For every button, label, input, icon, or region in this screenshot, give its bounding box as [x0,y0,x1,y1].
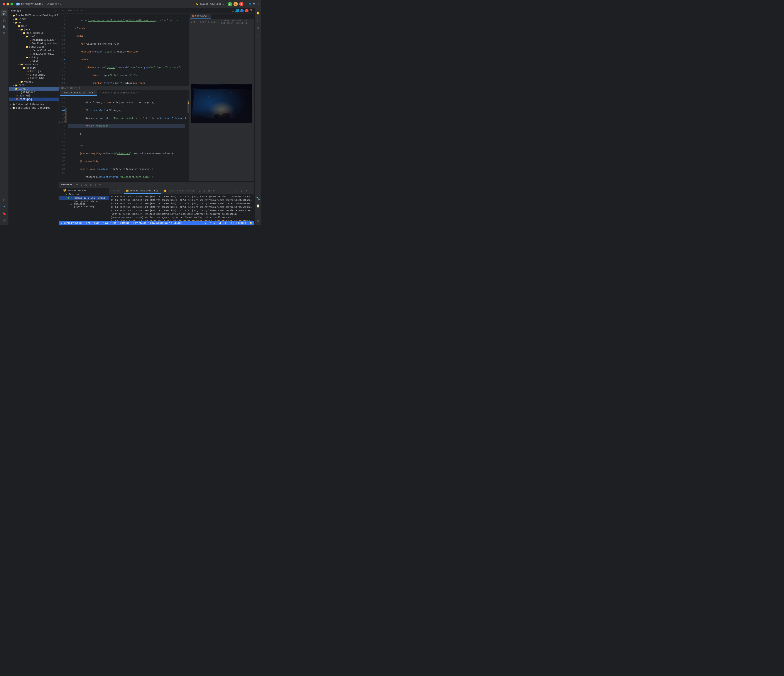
tree-item-external-libraries[interactable]: ▶ 📚 External Libraries [9,103,59,106]
tab-close-icon[interactable]: ✕ [208,15,209,17]
log-content[interactable]: 05-Jun-2024 15:41:32.362 INFO [RMI TCP C… [109,194,254,221]
tab-indexhtml[interactable]: <> index.html ✕ [60,8,84,14]
tree-item-resources[interactable]: ▾ 📁 resources [9,63,59,66]
scroll-top-icon[interactable]: ⊤ [244,189,248,193]
tree-item-com-example[interactable]: ▾ 📁 com.example [9,31,59,35]
fit-window-icon[interactable]: ⊡ [200,21,201,23]
log-tab-catalina[interactable]: 🐱 Tomcat Catalina Log [161,189,197,194]
sidebar-icon-plugins[interactable]: ● [1,204,8,210]
tree-item-webapp[interactable]: ▶ 📁 webapp [9,80,59,84]
service-item-tomcat-instance[interactable]: ▾ ★ Tomcat 10.1.232 [local] [59,196,109,200]
right-sidebar-icon-7[interactable]: ⏱ [255,210,261,216]
sidebar-icon-history[interactable]: ⏱ [1,218,8,224]
settings-icon[interactable]: ⚙ [257,3,259,5]
tree-item-root[interactable]: ▾ 📁 SpringMVCStudy ~/Desktop/CS/JavaE [9,14,59,17]
sidebar-icon-more[interactable]: ··· [1,38,8,44]
tree-item-config[interactable]: ▾ 📁 config [9,35,59,38]
sidebar-icon-project[interactable] [1,10,8,16]
zoom-out-icon[interactable]: ⊖ [208,21,209,23]
service-item-artifact[interactable]: ▶ ✓ SpringMVCStudy:war exploded [Synchro… [59,200,109,208]
plugin-icon-3[interactable]: 🔴 [245,9,249,12]
debug-button[interactable]: 🐛 [233,2,238,6]
code-content-html[interactable]: src='https://cdn.jsdelivr.net/npm/axios/… [67,14,189,85]
close-button[interactable] [3,3,5,5]
code-content-java[interactable]: File fileObj = new File( pathname: test.… [67,96,187,182]
sidebar-icon-search[interactable]: 🔍 [1,24,8,30]
plugin-icon-4[interactable]: ❓ [249,9,253,12]
tree-item-gitignore[interactable]: ▶ ⊘ .gitignore [9,90,59,94]
tab-hellocontroller[interactable]: ☕ HelloController.java ✕ [60,90,97,96]
chevron-down-icon[interactable]: ▾ [196,21,197,23]
tree-item-user[interactable]: ▶ ☕ User [9,59,59,63]
services-add-icon[interactable]: + [98,183,102,186]
tab-close-icon[interactable]: ✕ [138,92,139,94]
services-stop-icon[interactable]: ■ [75,183,79,186]
image-tab-menu-icon[interactable]: ⋮ [250,15,252,18]
code-editor-html[interactable]: 7891011 1213141516 17181920 2122232425 2… [59,14,189,85]
profile-icon[interactable]: 👤 [249,3,252,5]
tree-item-errorcontroller[interactable]: ▶ ☕ ErrorController [9,49,59,52]
tab-menu-icon[interactable]: ⋮ [184,92,187,95]
service-item-running[interactable]: ▾ ▶ Running [59,192,109,196]
more-actions-icon[interactable]: ⋮ [245,3,247,5]
tree-item-test[interactable]: ▶ 📁 test [9,84,59,87]
right-sidebar-notifications[interactable]: 🔔 [255,10,261,16]
scroll-up-icon[interactable]: ↑ [235,189,239,193]
search-icon[interactable]: 🔍 [253,3,256,5]
log-more-icon[interactable]: ⋮ [216,189,220,193]
scroll-down-icon[interactable]: ↓ [240,189,243,193]
right-sidebar-icon-8[interactable]: ⚙ [255,218,261,224]
cursor-position[interactable]: 44:6 [210,222,215,224]
right-sidebar-icon-3[interactable]: ⊞ [255,25,261,31]
zoom-in-icon[interactable]: ⊕ [205,21,207,23]
tree-item-hellocontroller[interactable]: ▶ ☕ HelloController [9,52,59,56]
notifications-icon[interactable]: 🔔 [250,222,252,224]
tree-item-webconfiguration[interactable]: ▶ ☕ WebConfiguration [9,42,59,45]
scroll-bottom-icon[interactable]: ⊥ [249,189,253,193]
run-button[interactable]: ▶ [228,2,232,6]
log-clear-icon[interactable]: 🗑 [212,189,216,193]
sidebar-icon-vcs[interactable] [1,17,8,23]
tree-item-errorhtml[interactable]: ▶ <> error.html [9,73,59,77]
tree-item-src[interactable]: ▾ 📁 src [9,21,59,24]
tree-item-pomxml[interactable]: ▶ m pom.xml [9,94,59,98]
sidebar-icon-structure[interactable] [1,31,8,37]
services-filter-icon[interactable]: ⊟ [84,183,88,186]
right-sidebar-icon-5[interactable]: 🔧 [255,195,261,202]
tab-close-icon[interactable]: ✕ [94,92,95,94]
tree-item-testjs[interactable]: ▶ JS test.js [9,70,59,73]
services-collapse-icon[interactable]: ⊠ [89,183,93,186]
services-rerun-icon[interactable]: ↺ [80,183,84,186]
plugin-icon-1[interactable]: 🌐 [236,9,240,12]
maximize-button[interactable] [11,3,13,5]
tree-item-target[interactable]: ▶ 📁 target [9,87,59,90]
tree-item-java[interactable]: ▾ 📁 java [9,28,59,31]
tree-item-main[interactable]: ▾ 📁 main [9,24,59,28]
right-sidebar-icon-2[interactable]: ⚡ [255,17,261,23]
service-item-tomcat[interactable]: ▾ 🐱 Tomcat Server [59,189,109,192]
tab-testpng[interactable]: 🖼 test.png ✕ [190,14,211,19]
log-refresh-icon[interactable]: ↺ [198,189,202,193]
tree-item-scratches[interactable]: ▶ 📝 Scratches and Consoles [9,106,59,110]
plugin-icon-2[interactable]: 🔵 [240,9,244,12]
right-sidebar-icon-6[interactable]: 📋 [255,203,261,209]
encoding[interactable]: UTF-8 [225,222,232,224]
minimize-button[interactable] [6,3,9,5]
tree-item-testpng[interactable]: ▶ 🖼 test.png [9,98,59,101]
tree-item-indexhtml[interactable]: ▶ <> index.html [9,77,59,80]
log-pause-icon[interactable]: ⏸ [202,189,207,193]
tree-item-static[interactable]: ▾ 📁 static [9,66,59,70]
tree-item-entity[interactable]: ▾ 📁 entity [9,56,59,59]
code-editor-java[interactable]: 41424344 4546new * 4647484950 5152535455… [59,96,189,182]
log-tab-localhost[interactable]: 🐱 Tomcat Localhost Log [124,189,161,194]
tomcat-run-config[interactable]: 🐈 Tomcat 10.1.232 ▾ [194,2,226,6]
indent-setting[interactable]: 4 spaces [235,222,246,224]
log-stop-icon[interactable]: ■ [207,189,211,193]
tree-item-controller[interactable]: ▾ 📁 controller [9,45,59,49]
tree-item-maininitializer[interactable]: ▶ ☕ MainInitializer [9,38,59,42]
branch-info[interactable]: ⎇ master ▾ [47,3,61,5]
log-tab-server[interactable]: Server [110,189,123,193]
line-ending[interactable]: LF [219,222,221,224]
edit-icon[interactable]: ✏ [217,21,219,23]
sidebar-icon-notifications[interactable]: m [1,197,8,203]
